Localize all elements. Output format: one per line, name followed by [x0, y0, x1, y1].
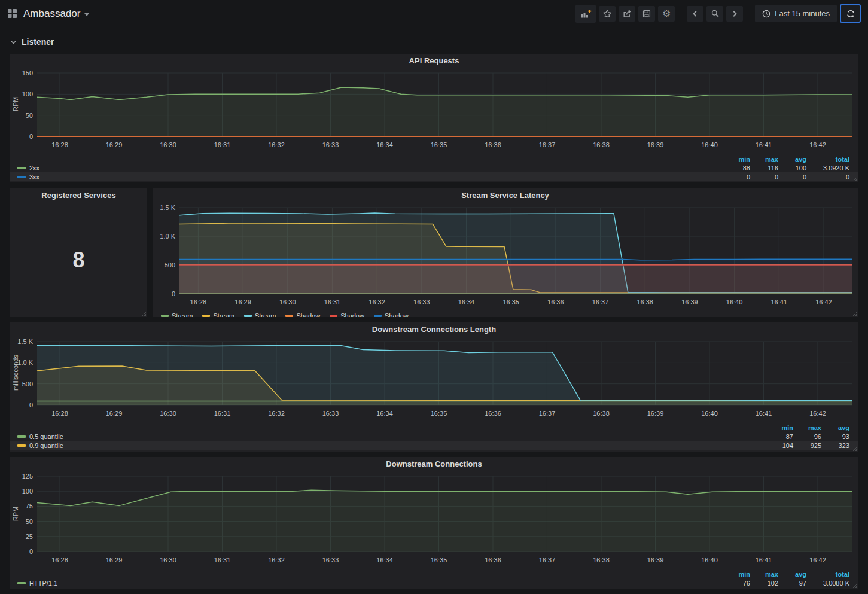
series-label: Shadow [340, 312, 364, 317]
dashboards-grid-icon[interactable] [7, 8, 17, 19]
series-label: Stream [213, 312, 234, 317]
panel-title[interactable]: Registered Services [10, 188, 147, 203]
zoom-out-button[interactable] [706, 6, 723, 22]
panel-title[interactable]: Stream Service Latency [153, 188, 858, 203]
panel-resize-handle[interactable] [851, 583, 857, 588]
legend-item-0.9-quantile[interactable]: 0.9 quantile [17, 442, 765, 449]
legend-value-avg: 100 [778, 165, 806, 172]
panel-title[interactable]: API Requests [10, 54, 858, 68]
legend-col-avg[interactable]: avg [778, 571, 806, 578]
svg-text:16:30: 16:30 [160, 410, 176, 417]
svg-text:16:41: 16:41 [756, 410, 772, 417]
svg-text:16:30: 16:30 [160, 556, 176, 563]
legend-row-3xx: 3xx0000 [10, 172, 858, 181]
series-color-dash [202, 315, 210, 317]
legend-item-stream[interactable]: Stream [244, 312, 276, 317]
api-requests-chart[interactable]: 05010015016:2816:2916:3016:3116:3216:331… [10, 68, 858, 152]
panel-resize-handle[interactable] [851, 176, 857, 181]
save-button[interactable] [638, 6, 655, 22]
svg-text:16:37: 16:37 [539, 556, 556, 563]
panel-resize-handle[interactable] [851, 310, 857, 316]
legend-item-4xx[interactable]: 4xx [17, 182, 722, 183]
downstream-connections-chart[interactable]: 025507510012516:2816:2916:3016:3116:3216… [10, 471, 858, 567]
legend-value-max: 1.408 K [793, 451, 821, 453]
legend-value-avg: 907 [821, 451, 849, 453]
legend-col-max[interactable]: max [793, 424, 821, 431]
legend-col-total[interactable]: total [806, 156, 849, 163]
y-axis-label: RPM [11, 72, 20, 136]
dashboard-title-dropdown[interactable]: Ambassador [23, 8, 89, 20]
svg-text:16:32: 16:32 [268, 556, 285, 563]
svg-text:16:30: 16:30 [279, 298, 296, 306]
svg-text:16:42: 16:42 [809, 141, 826, 148]
legend-col-min[interactable]: min [722, 156, 750, 163]
legend-header-row: minmaxavgtotal [10, 569, 858, 578]
stream-service-latency-chart[interactable]: 05001.0 K1.5 K16:2816:2916:3016:3116:321… [153, 203, 858, 309]
svg-text:100: 100 [22, 90, 33, 98]
series-label: 0.99 quantile [29, 451, 67, 453]
legend-item-0.99-quantile[interactable]: 0.99 quantile [17, 451, 765, 453]
bar-chart-plus-icon [580, 9, 592, 19]
legend-item-stream[interactable]: Stream [202, 312, 234, 317]
series-color-dash [17, 444, 26, 447]
svg-text:16:28: 16:28 [51, 410, 68, 417]
time-range-picker[interactable]: Last 15 minutes [755, 5, 837, 22]
refresh-button[interactable] [840, 4, 861, 23]
series-color-dash [374, 315, 382, 317]
legend-col-min[interactable]: min [722, 571, 750, 578]
panel-resize-handle[interactable] [851, 446, 857, 451]
legend-col-avg[interactable]: avg [821, 424, 849, 431]
legend-value-max: 0 [750, 173, 778, 181]
svg-text:16:29: 16:29 [234, 298, 251, 306]
share-button[interactable] [619, 6, 635, 22]
svg-text:16:29: 16:29 [106, 141, 123, 148]
svg-text:16:36: 16:36 [547, 298, 564, 306]
legend-col-total[interactable]: total [806, 571, 849, 578]
legend-item-http-1.1[interactable]: HTTP/1.1 [17, 580, 722, 587]
legend-value-avg: 0 [778, 182, 806, 183]
time-forward-button[interactable] [726, 6, 743, 22]
panel-title[interactable]: Downstream Connections [10, 457, 858, 471]
legend-item-stream[interactable]: Stream [161, 312, 193, 317]
downstream-connections-length-legend: minmaxavg0.5 quantile8796930.9 quantile1… [10, 423, 858, 452]
legend-value-max: 0 [750, 182, 778, 183]
series-label: 2xx [29, 165, 39, 172]
row-listener-toggle[interactable]: Listener [10, 37, 54, 47]
svg-text:16:41: 16:41 [770, 298, 787, 306]
legend-item-0.5-quantile[interactable]: 0.5 quantile [17, 433, 765, 440]
legend-value-max: 116 [750, 165, 778, 172]
svg-text:75: 75 [26, 502, 33, 510]
panel-downstream-connections: Downstream Connections RPM 0255075100125… [10, 457, 858, 589]
legend-col-avg[interactable]: avg [778, 156, 806, 163]
legend-item-shadow[interactable]: Shadow [330, 312, 364, 317]
settings-button[interactable]: ⚙ [658, 6, 675, 22]
add-panel-button[interactable] [575, 5, 596, 23]
legend-col-min[interactable]: min [765, 424, 793, 431]
clock-icon [762, 10, 770, 18]
legend-col-max[interactable]: max [750, 571, 778, 578]
legend-item-shadow[interactable]: Shadow [374, 312, 409, 317]
legend-item-2xx[interactable]: 2xx [17, 165, 722, 172]
svg-text:0: 0 [172, 290, 175, 297]
legend-item-shadow[interactable]: Shadow [285, 312, 320, 317]
svg-text:16:42: 16:42 [809, 410, 826, 417]
series-color-dash [285, 315, 293, 317]
svg-text:16:31: 16:31 [214, 141, 231, 148]
share-icon [622, 9, 632, 19]
svg-text:16:36: 16:36 [485, 410, 501, 417]
panel-stream-service-latency: Stream Service Latency 05001.0 K1.5 K16:… [153, 188, 858, 317]
legend-value-min: 110 [765, 451, 793, 453]
legend-col-max[interactable]: max [750, 156, 778, 163]
legend-value-min: 87 [765, 433, 793, 440]
panel-resize-handle[interactable] [141, 310, 146, 316]
svg-text:16:41: 16:41 [756, 556, 772, 563]
favorite-button[interactable] [599, 6, 616, 22]
panel-title[interactable]: Downstream Connections Length [10, 322, 858, 337]
downstream-connections-length-chart[interactable]: 05001.0 K1.5 K16:2816:2916:3016:3116:321… [10, 337, 858, 421]
legend-item-3xx[interactable]: 3xx [17, 173, 722, 181]
series-label: 4xx [29, 182, 39, 183]
series-label: Shadow [385, 312, 409, 317]
legend-value-max: 96 [793, 433, 821, 440]
svg-text:16:33: 16:33 [322, 556, 339, 563]
time-back-button[interactable] [687, 6, 703, 22]
